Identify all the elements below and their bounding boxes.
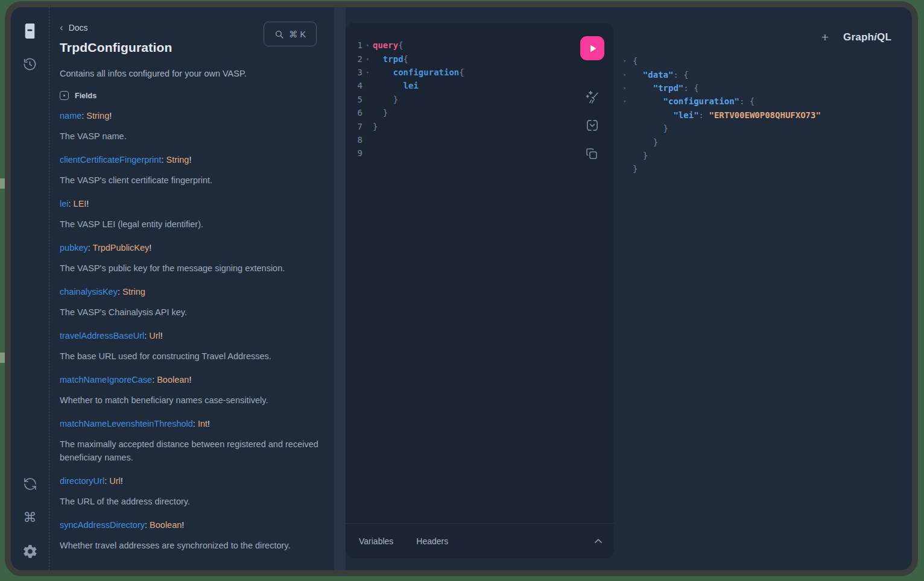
field-name-link[interactable]: travelAddressBaseUrl xyxy=(60,331,144,341)
app-content: ⌘ ‹ Docs TrpdConfiguration Contains all … xyxy=(11,7,912,570)
field-bang: ! xyxy=(86,199,89,209)
field-description: The base URL used for constructing Trave… xyxy=(60,350,328,363)
refresh-icon[interactable] xyxy=(21,475,39,493)
editor-footer: Variables Headers xyxy=(346,523,614,558)
field-colon: : xyxy=(88,243,93,253)
merge-fragments-button[interactable] xyxy=(584,118,600,133)
code-token: lei xyxy=(403,81,419,90)
history-icon[interactable] xyxy=(21,55,39,73)
clock-glyph xyxy=(22,57,37,72)
code-token: : { xyxy=(739,96,755,106)
field-signature: matchNameIgnoreCase: Boolean! xyxy=(60,373,334,386)
chevron-up-icon xyxy=(592,535,604,547)
code-text: configuration{ xyxy=(373,68,464,77)
code-token xyxy=(633,83,653,93)
collapse-editor-tools-button[interactable] xyxy=(592,535,604,547)
line-number: 6 xyxy=(346,108,362,118)
field-type-link[interactable]: Boolean xyxy=(157,375,189,385)
keyboard-shortcuts-icon[interactable]: ⌘ xyxy=(21,509,39,527)
field-entry: travelAddressBaseUrl: Url!The base URL u… xyxy=(60,329,334,363)
field-description: The VASP's client certificate fingerprin… xyxy=(60,174,328,187)
editor-code-line: 6 } xyxy=(346,106,575,119)
fold-toggle-icon[interactable]: ▾ xyxy=(620,85,633,91)
field-entry: syncAddressDirectory: Boolean!Whether tr… xyxy=(60,518,334,552)
response-code-line: } xyxy=(620,162,821,175)
field-colon: : xyxy=(69,199,74,209)
field-signature: directoryUrl: Url! xyxy=(60,474,334,488)
field-name-link[interactable]: syncAddressDirectory xyxy=(60,520,145,530)
query-editor[interactable]: 1▾query{2▾ trpd{3▾ configuration{4 lei5 … xyxy=(346,39,575,160)
field-entry: clientCertificateFingerprint: String!The… xyxy=(60,153,334,187)
fields-section-label: Fields xyxy=(75,92,97,100)
field-signature: travelAddressBaseUrl: Url! xyxy=(60,329,334,342)
refresh-glyph xyxy=(23,477,37,491)
line-number: 7 xyxy=(346,122,362,131)
code-token: } xyxy=(373,108,388,118)
search-shortcut-label: ⌘ K xyxy=(289,30,306,39)
code-token: trpd xyxy=(383,54,403,64)
response-code-line: ▾ "configuration": { xyxy=(620,95,821,108)
field-name-link[interactable]: chainalysisKey xyxy=(60,287,118,297)
field-signature: matchNameLevenshteinThreshold: Int! xyxy=(60,417,334,430)
code-token: } xyxy=(633,137,658,147)
back-chevron-icon: ‹ xyxy=(60,24,63,32)
command-glyph: ⌘ xyxy=(24,511,37,524)
editor-code-line: 7} xyxy=(346,119,575,133)
copy-query-button[interactable] xyxy=(584,146,600,162)
code-token: { xyxy=(398,40,403,50)
docs-icon[interactable] xyxy=(21,22,39,40)
field-description: The VASP's public key for the message si… xyxy=(60,262,328,275)
field-description: The maximally accepted distance between … xyxy=(60,438,328,464)
field-name-link[interactable]: pubkey xyxy=(60,243,88,253)
field-type-link[interactable]: Int xyxy=(198,419,207,429)
field-type-link[interactable]: TrpdPublicKey xyxy=(93,243,150,253)
code-token: { xyxy=(403,54,408,64)
fold-toggle-icon[interactable]: ▾ xyxy=(362,42,373,48)
field-type-link[interactable]: String xyxy=(122,287,145,297)
field-type-link[interactable]: Url xyxy=(149,331,160,341)
field-bang: ! xyxy=(207,419,210,429)
field-signature: pubkey: TrpdPublicKey! xyxy=(60,241,334,254)
sidebar-rail: ⌘ xyxy=(11,7,49,570)
code-text: } xyxy=(373,122,378,131)
fold-toggle-icon[interactable]: ▾ xyxy=(620,98,633,104)
field-name-link[interactable]: name xyxy=(60,111,81,121)
field-type-link[interactable]: String xyxy=(86,111,109,121)
line-number: 4 xyxy=(346,81,362,90)
field-colon: : xyxy=(104,476,109,486)
panel-resize-handle[interactable] xyxy=(334,7,346,570)
app-window: ⌘ ‹ Docs TrpdConfiguration Contains all … xyxy=(5,1,918,576)
field-name-link[interactable]: matchNameIgnoreCase xyxy=(60,375,152,385)
add-tab-button[interactable]: + xyxy=(821,31,829,43)
code-token: "configuration" xyxy=(663,96,739,106)
field-bang: ! xyxy=(189,155,191,165)
field-name-link[interactable]: clientCertificateFingerprint xyxy=(60,155,161,165)
field-name-link[interactable]: matchNameLevenshteinThreshold xyxy=(60,419,193,429)
editor-code-line: 2▾ trpd{ xyxy=(346,52,575,65)
fields-section-icon xyxy=(60,91,69,100)
editor-code-line: 1▾query{ xyxy=(346,39,575,52)
editor-code-line: 5 } xyxy=(346,93,575,106)
field-name-link[interactable]: lei xyxy=(60,199,69,209)
fold-toggle-icon[interactable]: ▾ xyxy=(362,69,373,75)
prettify-button[interactable] xyxy=(584,89,600,105)
docs-panel: ‹ Docs TrpdConfiguration Contains all in… xyxy=(50,7,334,570)
tab-headers[interactable]: Headers xyxy=(416,536,448,546)
response-panel: + GraphiQL ▾{▾ "data": {▾ "trpd": {▾ "co… xyxy=(614,7,912,570)
field-type-link[interactable]: Boolean xyxy=(150,520,182,530)
fold-toggle-icon[interactable]: ▾ xyxy=(620,58,633,64)
field-type-link[interactable]: String xyxy=(166,155,189,165)
execute-query-button[interactable] xyxy=(580,36,604,60)
field-description: The URL of the address directory. xyxy=(60,495,328,508)
field-type-link[interactable]: Url xyxy=(109,476,121,486)
code-token xyxy=(373,54,383,64)
fold-toggle-icon[interactable]: ▾ xyxy=(362,56,373,62)
settings-gear-icon[interactable] xyxy=(21,542,39,561)
field-name-link[interactable]: directoryUrl xyxy=(60,476,104,486)
code-token: } xyxy=(633,124,668,133)
fold-toggle-icon[interactable]: ▾ xyxy=(620,72,633,78)
search-button[interactable]: ⌘ K xyxy=(264,22,317,46)
field-bang: ! xyxy=(149,243,151,253)
tab-variables[interactable]: Variables xyxy=(359,536,393,546)
field-type-link[interactable]: LEI xyxy=(74,199,87,209)
